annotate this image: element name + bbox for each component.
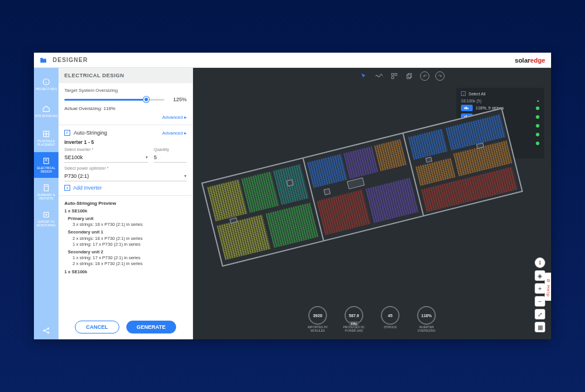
preview-title: Auto-Stringing Preview: [64, 201, 187, 206]
quantity-label: Quantity: [154, 147, 187, 152]
share-icon[interactable]: [34, 322, 58, 339]
nav-electrical-design[interactable]: ELECTRICAL DESIGN: [34, 152, 58, 178]
svg-line-16: [45, 331, 48, 332]
svg-marker-38: [539, 263, 541, 266]
svg-marker-37: [539, 260, 541, 263]
copy-tool-icon[interactable]: [405, 71, 414, 81]
plus-icon: +: [64, 185, 70, 191]
auto-stringing-checkbox[interactable]: ✓: [64, 130, 70, 136]
nav-summary-reports[interactable]: SUMMARY & REPORTS: [34, 179, 58, 205]
quantity-input[interactable]: 5: [154, 153, 187, 163]
status-dot: [536, 115, 539, 119]
app-title: DESIGNER: [53, 57, 88, 63]
oversizing-value: 125%: [169, 97, 187, 102]
svg-rect-22: [464, 108, 466, 109]
stat-modules: 3920 IMPORTED PV MODULES: [305, 306, 331, 332]
pointer-tool-icon[interactable]: [359, 71, 369, 81]
oversizing-label: Target System Oversizing: [64, 88, 187, 93]
svg-point-13: [47, 328, 49, 329]
svg-rect-17: [392, 74, 394, 76]
stat-oversizing: 118% INVERTER OVERSIZING: [414, 306, 439, 332]
inverter-chip-icon: [461, 105, 473, 111]
config-panel: ELECTRICAL DESIGN Target System Oversizi…: [58, 68, 193, 339]
inverter-select[interactable]: SE100k▾: [64, 153, 148, 163]
auto-stringing-label: Auto-Stringing: [74, 130, 107, 136]
optimizer-select[interactable]: P730 (2:1)▾: [64, 171, 187, 181]
inverter-group-title: Inverter 1 - 5: [64, 139, 187, 145]
redo-icon[interactable]: ↷: [435, 71, 445, 81]
app-window: DESIGNER solaredge PROJECT INFO SITE MOD…: [34, 53, 551, 339]
svg-rect-24: [467, 108, 469, 109]
help-tab[interactable]: ⊘ Help: [545, 273, 551, 301]
zoom-out-button[interactable]: −: [535, 296, 545, 307]
status-dot: [536, 106, 539, 110]
optimizer-label: Select power optimizer *: [64, 166, 187, 170]
actual-oversizing: Actual Oversizing: 118%: [64, 106, 115, 111]
svg-point-12: [43, 330, 44, 331]
string-tool-icon[interactable]: [374, 71, 384, 81]
chevron-up-icon: ▴: [537, 98, 539, 103]
generate-button[interactable]: GENERATE: [126, 321, 176, 333]
svg-line-15: [45, 329, 48, 330]
canvas-toolbar: ↶ ↷: [359, 71, 445, 81]
svg-point-14: [47, 332, 49, 333]
select-all-label: Select All: [469, 92, 486, 96]
svg-rect-9: [44, 185, 49, 191]
nav-pv-placement[interactable]: PV MODULE PLACEMENT: [34, 125, 58, 151]
stat-dc-power: 587.9kWp PRODUCED DC POWER (kW): [341, 306, 367, 332]
brand-logo: solaredge: [515, 57, 545, 64]
zoom-in-button[interactable]: +: [535, 283, 545, 294]
folder-icon[interactable]: [40, 55, 47, 66]
select-all-checkbox[interactable]: ✓: [461, 91, 466, 96]
nav-site-modeling[interactable]: SITE MODELING: [34, 98, 58, 124]
advanced-link-2[interactable]: Advanced ▸: [162, 130, 187, 136]
oversizing-slider[interactable]: [64, 99, 164, 101]
group-tool-icon[interactable]: [390, 71, 399, 81]
layers-icon[interactable]: ▦: [535, 322, 545, 332]
cancel-button[interactable]: CANCEL: [75, 321, 119, 333]
panel-heading: ELECTRICAL DESIGN: [58, 68, 192, 83]
svg-rect-19: [392, 77, 394, 79]
svg-rect-20: [408, 74, 412, 78]
stat-strings: 45 STRINGS: [377, 306, 403, 332]
nav-project-info[interactable]: PROJECT INFO: [34, 71, 58, 97]
roof-layout: [201, 108, 523, 267]
svg-rect-18: [395, 74, 397, 76]
compass-icon[interactable]: [535, 257, 545, 268]
chevron-down-icon: ▾: [146, 155, 148, 160]
view-3d-icon[interactable]: ◈: [535, 270, 545, 281]
add-inverter-button[interactable]: + Add Inverter: [64, 185, 187, 191]
titlebar: DESIGNER solaredge: [34, 53, 551, 68]
undo-icon[interactable]: ↶: [420, 71, 429, 81]
nav-export-monitoring[interactable]: EXPORT TO MONITORING: [34, 206, 58, 232]
stat-row: 3920 IMPORTED PV MODULES 587.9kWp PRODUC…: [305, 306, 439, 332]
map-controls: ◈ + − ⤢ ▦: [535, 257, 545, 332]
advanced-link-1[interactable]: Advanced ▸: [162, 115, 187, 120]
svg-rect-23: [466, 107, 467, 109]
status-dot: [536, 142, 539, 145]
legend-group-header[interactable]: SE100k (5)▴: [461, 98, 539, 103]
design-canvas[interactable]: ↶ ↷ ✓ Select All SE100k (5)▴ 118%, 9 str…: [193, 68, 551, 339]
fit-view-icon[interactable]: ⤢: [535, 309, 545, 319]
preview-block: 1 x SE100k Primary unit 3 x strings: 18 …: [64, 208, 187, 275]
chevron-down-icon: ▾: [184, 174, 187, 178]
sidebar-nav: PROJECT INFO SITE MODELING PV MODULE PLA…: [34, 68, 58, 339]
inverter-select-label: Select inverter *: [64, 147, 148, 152]
svg-rect-21: [407, 75, 411, 79]
status-dot: [536, 133, 539, 136]
status-dot: [536, 124, 539, 128]
